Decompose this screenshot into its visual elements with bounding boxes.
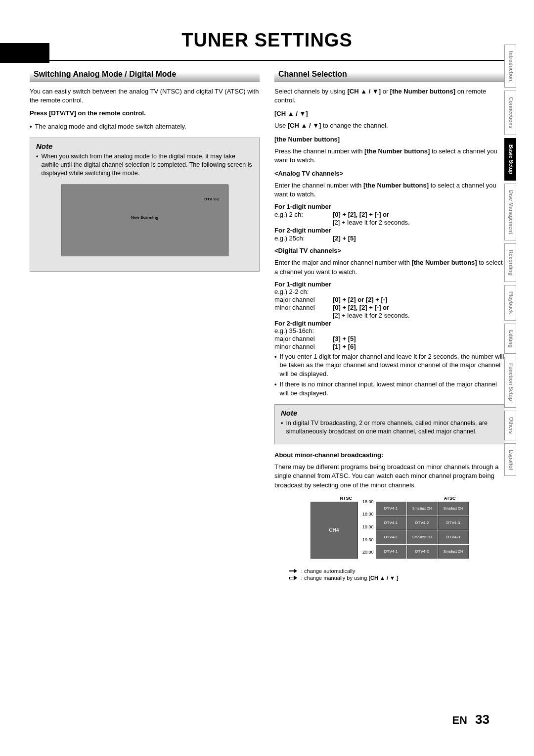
number-buttons: [the Number buttons]: [364, 147, 430, 155]
lbl: [274, 312, 333, 319]
diag-grid: CH4 18:00 18:30 19:00 19:30 20:00 DTV4-1…: [311, 502, 469, 565]
bullet-2-text: If there is no minor channel input, lowe…: [280, 380, 504, 397]
val: [3] + [5]: [333, 335, 356, 342]
lbl: major channel: [274, 335, 333, 342]
tab-playback[interactable]: Playback: [504, 285, 516, 321]
left-heading: Switching Analog Mode / Digital Mode: [30, 68, 260, 82]
atsc-label: ATSC: [444, 496, 456, 501]
lbl: major channel: [274, 296, 333, 303]
cell: DTV4-1: [376, 545, 406, 559]
number-buttons: [the Number buttons]: [411, 259, 477, 266]
legend-manual: : change manually by using [CH ▲ / ▼ ]: [289, 575, 504, 581]
cell: DTV4-1: [376, 502, 406, 516]
tab-others[interactable]: Others: [504, 411, 516, 440]
page-footer: EN 33: [452, 712, 490, 727]
dd2-heading: For 2-digit number: [274, 320, 504, 327]
tv-scanning-label: Now Scanning: [131, 215, 158, 220]
cell: Smallest CH: [438, 502, 469, 516]
page-title: TUNER SETTINGS: [30, 30, 504, 51]
analog-heading: <Analog TV channels>: [274, 170, 504, 177]
left-note-body-row: When you switch from the analog mode to …: [36, 152, 253, 178]
t: Enter the major and minor channel number…: [274, 259, 411, 266]
cell: DTV4-1: [376, 530, 406, 544]
broadcasting-diagram: NTSC ATSC CH4 18:00 18:30 19:00 19:30 20…: [311, 496, 469, 565]
t: to change the channel.: [321, 122, 388, 129]
diag-head: NTSC ATSC: [311, 496, 469, 502]
tv-screen: DTV 2-1 Now Scanning: [61, 185, 228, 256]
tab-editing[interactable]: Editing: [504, 324, 516, 354]
time-label: 20:00: [358, 552, 374, 565]
d2-heading: For 2-digit number: [274, 227, 504, 234]
dd2-eg: e.g.) 35-16ch:: [274, 327, 504, 334]
left-column: Switching Analog Mode / Digital Mode You…: [30, 68, 260, 582]
cell: DTV4-3: [438, 530, 469, 544]
cell: DTV4-2: [407, 516, 438, 530]
title-rule: [30, 60, 504, 61]
tab-function-setup[interactable]: Function Setup: [504, 357, 516, 407]
t: Select channels by using: [274, 88, 347, 95]
arrow-solid-icon: [289, 568, 298, 573]
cell: Smallest CH: [407, 530, 438, 544]
left-note-box: Note When you switch from the analog mod…: [30, 138, 260, 272]
ch-symbol: [CH ▲ / ▼]: [347, 88, 381, 95]
dd2-r1: major channel[3] + [5]: [274, 335, 504, 342]
lbl: e.g.) 25ch:: [274, 235, 333, 242]
tab-basic-setup[interactable]: Basic Setup: [504, 138, 516, 181]
left-note-body: When you switch from the analog mode to …: [41, 152, 253, 178]
sub-nb: [the Number buttons]: [274, 136, 504, 143]
right-intro: Select channels by using [CH ▲ / ▼] or […: [274, 87, 504, 105]
tv-screen-wrap: DTV 2-1 Now Scanning: [36, 180, 253, 265]
t: : change manually by using: [301, 575, 368, 581]
t: Press the channel number with: [274, 147, 364, 155]
lbl: e.g.) 2 ch:: [274, 211, 333, 218]
tab-recording[interactable]: Recording: [504, 243, 516, 282]
legend: : change automatically : change manually…: [289, 568, 504, 581]
tv-dtv-label: DTV 2-1: [204, 197, 219, 201]
ch-symbol: [CH ▲ / ▼]: [288, 122, 321, 129]
content-columns: Switching Analog Mode / Digital Mode You…: [30, 68, 504, 582]
dd1-r2: minor channel[0] + [2], [2] + [-] or: [274, 304, 504, 311]
digital-heading: <Digital TV channels>: [274, 247, 504, 254]
cell: DTV4-3: [438, 516, 469, 530]
atsc-grid: DTV4-1 Smallest CH Smallest CH DTV4-1 DT…: [376, 502, 469, 565]
right-note-row: In digital TV broadcasting, 2 or more ch…: [281, 419, 498, 436]
lbl: minor channel: [274, 343, 333, 350]
cell: Smallest CH: [438, 545, 469, 559]
left-intro: You can easily switch between the analog…: [30, 87, 260, 105]
dd1-r3: [2] + leave it for 2 seconds.: [274, 312, 504, 319]
d1-heading: For 1-digit number: [274, 203, 504, 210]
right-note-body: In digital TV broadcasting, 2 or more ch…: [286, 419, 498, 436]
lbl: minor channel: [274, 304, 333, 311]
tab-espanol[interactable]: Español: [504, 443, 516, 476]
tab-connections[interactable]: Connections: [504, 91, 516, 135]
dd1-heading: For 1-digit number: [274, 281, 504, 288]
legend-auto-text: : change automatically: [301, 568, 355, 574]
d2-row: e.g.) 25ch:[2] + [5]: [274, 235, 504, 242]
right-heading: Channel Selection: [274, 68, 504, 82]
legend-man-text: : change manually by using [CH ▲ / ▼ ]: [301, 575, 399, 581]
press-bullet: The analog mode and digital mode switch …: [30, 122, 260, 131]
right-note-title: Note: [281, 409, 498, 417]
page-lang: EN: [452, 714, 467, 726]
cell: DTV4-2: [407, 545, 438, 559]
bullet-1-text: If you enter 1 digit for major channel a…: [280, 352, 504, 378]
side-tabs: Introduction Connections Basic Setup Dis…: [504, 45, 516, 476]
legend-auto: : change automatically: [289, 568, 504, 574]
cell: Smallest CH: [407, 502, 438, 516]
t: Enter the channel number with: [274, 182, 363, 189]
val: [0] + [2], [2] + [-] or: [333, 304, 389, 311]
arrow-outline-icon: [289, 575, 298, 580]
sub-nb-text: Press the channel number with [the Numbe…: [274, 147, 504, 165]
val: [2] + leave it for 2 seconds.: [333, 219, 410, 226]
about-heading: About minor-channel broadcasting:: [274, 451, 504, 459]
tab-disc-management[interactable]: Disc Management: [504, 184, 516, 240]
d1-row2: [2] + leave it for 2 seconds.: [274, 219, 504, 226]
bullet-1: If you enter 1 digit for major channel a…: [274, 352, 504, 378]
tab-introduction[interactable]: Introduction: [504, 45, 516, 88]
number-buttons: [the Number buttons]: [390, 88, 455, 95]
ch-symbol: [CH ▲ / ▼ ]: [368, 575, 398, 581]
cell: DTV4-1: [376, 516, 406, 530]
number-buttons: [the Number buttons]: [363, 182, 429, 189]
digital-intro: Enter the major and minor channel number…: [274, 258, 504, 276]
analog-intro: Enter the channel number with [the Numbe…: [274, 181, 504, 199]
